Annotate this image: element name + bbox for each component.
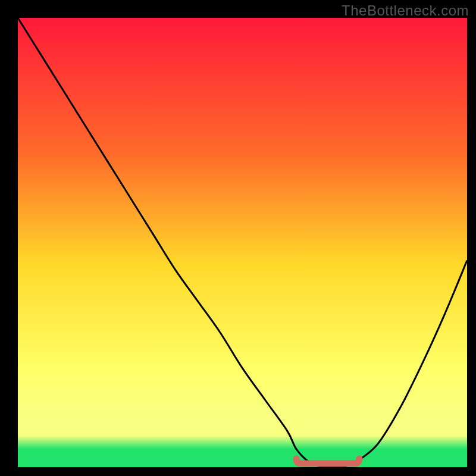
- watermark-text: TheBottleneck.com: [342, 2, 469, 19]
- plot-svg: [18, 18, 467, 467]
- gradient-background: [18, 18, 467, 467]
- chart-frame: TheBottleneck.com: [0, 0, 476, 476]
- plot-area: [18, 18, 467, 467]
